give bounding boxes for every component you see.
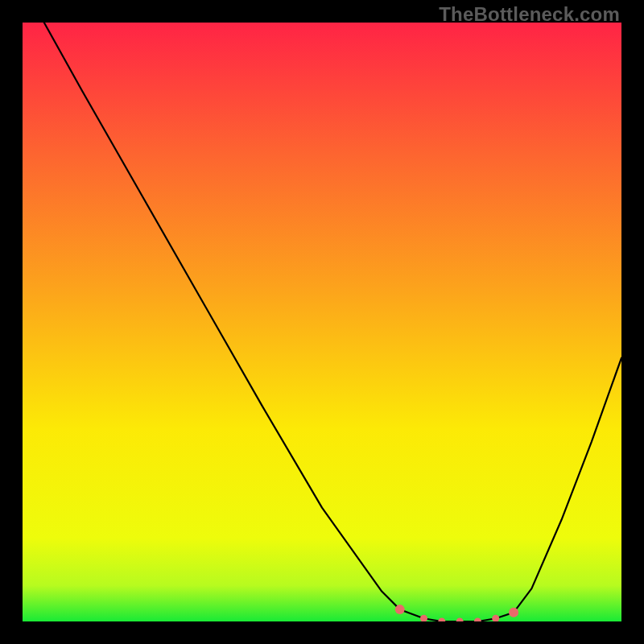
optimal-band-dots — [395, 605, 518, 621]
chart-plot — [23, 23, 621, 621]
svg-point-6 — [492, 615, 499, 621]
chart-frame — [23, 23, 621, 621]
bottleneck-curve — [44, 23, 621, 621]
svg-point-3 — [438, 618, 445, 622]
svg-point-4 — [456, 618, 464, 622]
svg-point-5 — [474, 618, 481, 622]
svg-point-7 — [509, 608, 518, 617]
svg-point-1 — [395, 605, 405, 614]
watermark-text: TheBottleneck.com — [439, 3, 620, 26]
svg-point-2 — [420, 615, 427, 621]
